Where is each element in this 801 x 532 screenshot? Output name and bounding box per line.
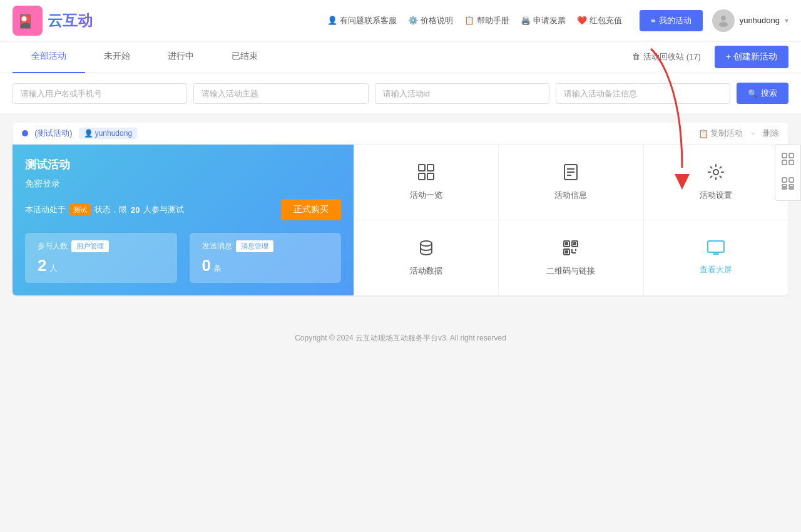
- bigscreen-icon: [707, 240, 725, 259]
- nav-contact[interactable]: 👤 有问题联系客服: [327, 15, 397, 26]
- svg-rect-21: [565, 250, 568, 253]
- my-activity-icon: ≡: [651, 16, 656, 25]
- list-view-icon[interactable]: [779, 175, 797, 195]
- svg-rect-28: [782, 153, 787, 158]
- action-data[interactable]: 活动数据: [354, 220, 499, 296]
- svg-rect-19: [573, 242, 576, 245]
- buy-button[interactable]: 正式购买: [281, 199, 341, 220]
- activity-name-tag[interactable]: (测试活动): [34, 128, 73, 139]
- avatar: [712, 9, 735, 32]
- svg-text:🎴: 🎴: [18, 14, 33, 29]
- activity-header-actions: 📋 复制活动 × 删除: [698, 128, 779, 139]
- message-manage-button[interactable]: 消息管理: [236, 240, 273, 252]
- tab-ended[interactable]: 已结束: [213, 41, 277, 73]
- logo-text: 云互动: [48, 11, 93, 31]
- svg-rect-4: [419, 165, 425, 171]
- nav-links: 👤 有问题联系客服 ⚙️ 价格说明 📋 帮助手册 🖨️ 申请发票 ❤️ 红包充值…: [327, 10, 703, 31]
- overview-label: 活动一览: [410, 190, 442, 201]
- svg-point-2: [721, 16, 726, 21]
- activity-card-body: 测试活动 免密登录 本活动处于 测试 状态，限 20 人参与测试 正式购买 参与…: [13, 145, 788, 295]
- svg-rect-30: [782, 160, 787, 165]
- footer: Copyright © 2024 云互动现场互动服务平台v3. All righ…: [0, 314, 801, 362]
- activity-card-header: (测试活动) 👤 yunhudong 📋 复制活动 × 删除: [13, 123, 788, 145]
- stat-messages-label: 发送消息 消息管理: [202, 240, 329, 252]
- recycle-icon: 🗑: [632, 52, 640, 61]
- nav-help[interactable]: 📋 帮助手册: [464, 15, 509, 26]
- settings-label: 活动设置: [700, 190, 732, 201]
- recycle-button[interactable]: 🗑 活动回收站 (17): [625, 48, 708, 66]
- user-area[interactable]: yunhudong ▾: [712, 9, 788, 32]
- copy-activity-button[interactable]: 📋 复制活动: [698, 128, 743, 139]
- svg-rect-31: [789, 160, 793, 165]
- svg-rect-17: [565, 242, 568, 245]
- svg-point-15: [421, 241, 432, 246]
- tab-in-progress[interactable]: 进行中: [149, 41, 213, 73]
- data-icon: [417, 239, 435, 260]
- action-overview[interactable]: 活动一览: [354, 145, 499, 220]
- activity-left-panel: 测试活动 免密登录 本活动处于 测试 状态，限 20 人参与测试 正式购买 参与…: [13, 145, 354, 295]
- activity-card: (测试活动) 👤 yunhudong 📋 复制活动 × 删除 测试活动 免密登录: [13, 123, 788, 295]
- invoice-icon: 🖨️: [521, 16, 531, 25]
- logo-area: 🎴 云互动: [13, 6, 93, 36]
- svg-rect-37: [789, 188, 793, 189]
- side-panel: [775, 145, 801, 201]
- my-activity-button[interactable]: ≡ 我的活动: [640, 10, 703, 31]
- action-qr[interactable]: 二维码与链接: [499, 220, 643, 296]
- search-remark-input[interactable]: [556, 83, 730, 104]
- price-icon: ⚙️: [408, 16, 418, 25]
- user-manage-button[interactable]: 用户管理: [71, 240, 109, 252]
- search-bar: 🔍 搜索: [0, 73, 801, 113]
- status-line: 本活动处于 测试 状态，限 20 人参与测试 正式购买: [25, 199, 341, 220]
- logo-icon: 🎴: [13, 6, 43, 36]
- svg-point-12: [713, 170, 718, 175]
- qr-label: 二维码与链接: [546, 265, 595, 277]
- main-content: (测试活动) 👤 yunhudong 📋 复制活动 × 删除 测试活动 免密登录: [0, 113, 801, 314]
- info-label: 活动信息: [554, 190, 587, 201]
- svg-point-3: [719, 22, 728, 27]
- search-button[interactable]: 🔍 搜索: [737, 83, 788, 104]
- nav-invoice[interactable]: 🖨️ 申请发票: [521, 15, 566, 26]
- tab-all[interactable]: 全部活动: [13, 41, 85, 73]
- tab-not-started[interactable]: 未开始: [85, 41, 149, 73]
- settings-icon: [707, 163, 725, 185]
- user-tag: 👤 yunhudong: [79, 128, 137, 139]
- nav-price[interactable]: ⚙️ 价格说明: [408, 15, 453, 26]
- stat-participants-label: 参与人数 用户管理: [38, 240, 165, 252]
- grid-view-icon[interactable]: [779, 150, 797, 171]
- nav-recharge[interactable]: ❤️ 红包充值: [577, 15, 622, 26]
- search-theme-input[interactable]: [193, 83, 368, 104]
- qr-icon: [562, 239, 579, 260]
- status-dot: [22, 130, 28, 136]
- copy-icon: 📋: [698, 129, 708, 138]
- search-id-input[interactable]: [375, 83, 549, 104]
- overview-icon: [417, 163, 435, 185]
- dropdown-icon: ▾: [785, 16, 788, 25]
- activity-right-panel: 活动一览 活动信息 活动设置: [354, 145, 788, 295]
- svg-rect-32: [782, 178, 787, 182]
- user-icon: 👤: [84, 129, 93, 138]
- svg-rect-6: [419, 173, 425, 180]
- bigscreen-label: 查看大屏: [700, 264, 732, 275]
- stat-participants: 参与人数 用户管理 2 人: [25, 233, 177, 283]
- username-label: yunhudong: [740, 16, 780, 25]
- create-activity-button[interactable]: + 创建新活动: [715, 46, 788, 68]
- stat-messages: 发送消息 消息管理 0 条: [190, 233, 342, 283]
- action-bigscreen[interactable]: 查看大屏: [644, 220, 788, 296]
- recharge-icon: ❤️: [577, 16, 587, 25]
- status-badge: 测试: [69, 204, 91, 216]
- action-settings[interactable]: 活动设置: [644, 145, 788, 220]
- search-icon: 🔍: [748, 89, 758, 98]
- svg-rect-35: [789, 185, 793, 187]
- svg-rect-36: [782, 188, 787, 189]
- tabs-bar: 全部活动 未开始 进行中 已结束 🗑 活动回收站 (17) + 创建新活动: [0, 41, 801, 73]
- data-label: 活动数据: [410, 265, 442, 277]
- activity-subtitle: 免密登录: [25, 178, 341, 190]
- help-icon: 📋: [464, 16, 474, 25]
- delete-button[interactable]: 删除: [763, 128, 779, 139]
- stat-participants-value: 2 人: [38, 256, 165, 275]
- tabs-right: 🗑 活动回收站 (17) + 创建新活动: [625, 46, 788, 68]
- info-icon: [562, 163, 579, 185]
- search-username-input[interactable]: [13, 83, 187, 104]
- activity-title: 测试活动: [25, 157, 341, 172]
- action-info[interactable]: 活动信息: [499, 145, 643, 220]
